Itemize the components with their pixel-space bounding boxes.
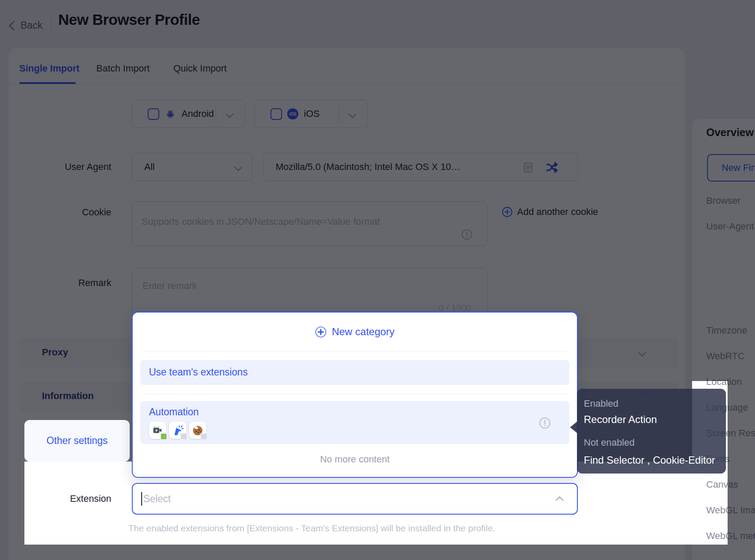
automation-warning-icon[interactable] — [538, 417, 551, 429]
extension-helper-text: The enabled extensions from [Extensions … — [128, 523, 495, 533]
cookie-editor-icon — [189, 422, 206, 439]
new-category-button[interactable]: New category — [133, 313, 577, 351]
automation-extension-icons — [149, 422, 206, 439]
overview-item: WebGL metadata — [706, 530, 728, 542]
extension-disabled-badge — [200, 433, 208, 440]
plus-circle-icon — [315, 326, 327, 338]
other-settings-label: Other settings — [46, 435, 107, 447]
extension-label: Extension — [26, 493, 111, 504]
extension-enabled-badge — [160, 433, 167, 440]
extensions-status-tooltip: Enabled Recorder Action Not enabled Find… — [577, 389, 726, 474]
extension-category-dropdown: New category Use team's extensions Autom… — [132, 312, 578, 478]
new-category-label: New category — [332, 326, 395, 338]
extension-select-placeholder: Select — [143, 493, 171, 505]
automation-label: Automation — [149, 406, 199, 418]
new-browser-profile-page: Back New Browser Profile Single Import B… — [0, 0, 755, 560]
overview-item: Canvas — [706, 479, 728, 490]
select-chevron-up-icon[interactable] — [556, 496, 563, 504]
tooltip-arrow — [570, 421, 577, 433]
recorder-action-icon — [149, 422, 166, 439]
chevron-up-icon — [640, 438, 651, 448]
enabled-extensions: Recorder Action — [584, 414, 657, 426]
extension-select-input[interactable]: Select — [132, 483, 578, 515]
category-automation[interactable]: Automation — [140, 401, 569, 444]
overview-item: Location — [706, 381, 728, 387]
popup-divider — [143, 351, 567, 351]
overview-item: WebGL Image — [706, 505, 728, 516]
find-selector-icon — [169, 422, 186, 439]
popup-divider — [143, 394, 567, 395]
enabled-label: Enabled — [584, 398, 618, 409]
category-team-extensions[interactable]: Use team's extensions — [140, 360, 569, 385]
not-enabled-label: Not enabled — [584, 437, 635, 448]
not-enabled-extensions: Find Selector , Cookie-Editor — [584, 454, 715, 466]
extension-disabled-badge — [180, 433, 187, 440]
section-other-settings[interactable]: Other settings — [24, 420, 130, 462]
no-more-content-text: No more content — [133, 454, 577, 465]
text-caret — [141, 492, 142, 506]
chevron-down-icon — [640, 390, 651, 401]
team-extensions-label: Use team's extensions — [149, 366, 248, 378]
